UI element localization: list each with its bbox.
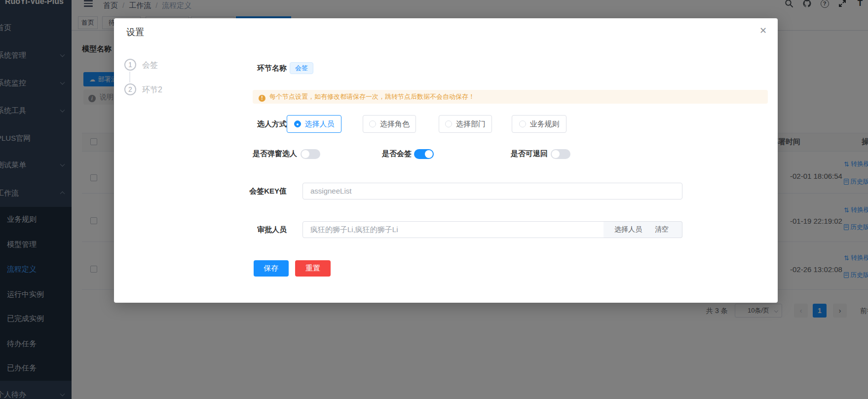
warning-banner: !每个节点设置，如有修改都请保存一次，跳转节点后数据不会自动保存！: [253, 90, 768, 104]
assign-mode-label: 选人方式: [188, 120, 287, 129]
select-person-button[interactable]: 选择人员: [614, 225, 642, 234]
countersign-toggle[interactable]: [414, 149, 434, 159]
step-1-label[interactable]: 会签: [142, 60, 158, 71]
modal-title: 设置: [126, 26, 144, 38]
step-2-circle[interactable]: 2: [124, 83, 136, 95]
close-icon[interactable]: ✕: [759, 25, 767, 36]
countersign-label: 是否会签: [382, 149, 412, 159]
step-connector: [129, 72, 130, 82]
popup-select-label: 是否弹窗选人: [253, 149, 297, 159]
radio-dot-icon: [294, 120, 301, 127]
approver-label: 审批人员: [188, 225, 287, 235]
countersign-key-label: 会签KEY值: [188, 187, 287, 196]
countersign-key-input[interactable]: assigneeList: [302, 183, 682, 200]
approver-input-append: 选择人员 清空: [604, 221, 682, 238]
returnable-toggle[interactable]: [551, 149, 570, 159]
radio-select-role[interactable]: 选择角色: [363, 115, 416, 133]
radio-dot-icon: [369, 120, 376, 127]
step-2-label[interactable]: 环节2: [142, 85, 162, 95]
returnable-label: 是否可退回: [511, 149, 548, 159]
settings-modal: 设置 ✕ 1 会签 2 环节2 环节名称 会签 !每个节点设置，如有修改都请保存…: [114, 18, 778, 303]
radio-dot-icon: [519, 120, 526, 127]
approver-input[interactable]: 疯狂的狮子Li,疯狂的狮子Li: [302, 221, 604, 238]
node-name-label: 环节名称: [188, 64, 287, 73]
popup-select-toggle[interactable]: [301, 149, 320, 159]
node-name-tag: 会签: [290, 62, 313, 74]
app-root: RuoYi-Vue-Plus 首页 系统管理 系统监控 系统工具 PLUS官网 …: [0, 0, 868, 399]
radio-business-rule[interactable]: 业务规则: [512, 115, 566, 133]
step-1-circle[interactable]: 1: [124, 59, 136, 71]
reset-button[interactable]: 重置: [295, 260, 331, 277]
radio-select-dept[interactable]: 选择部门: [439, 115, 492, 133]
radio-select-person[interactable]: 选择人员: [287, 115, 341, 133]
save-button[interactable]: 保存: [254, 260, 289, 277]
radio-dot-icon: [445, 120, 452, 127]
warning-icon: !: [259, 95, 265, 102]
clear-button[interactable]: 清空: [655, 225, 669, 234]
